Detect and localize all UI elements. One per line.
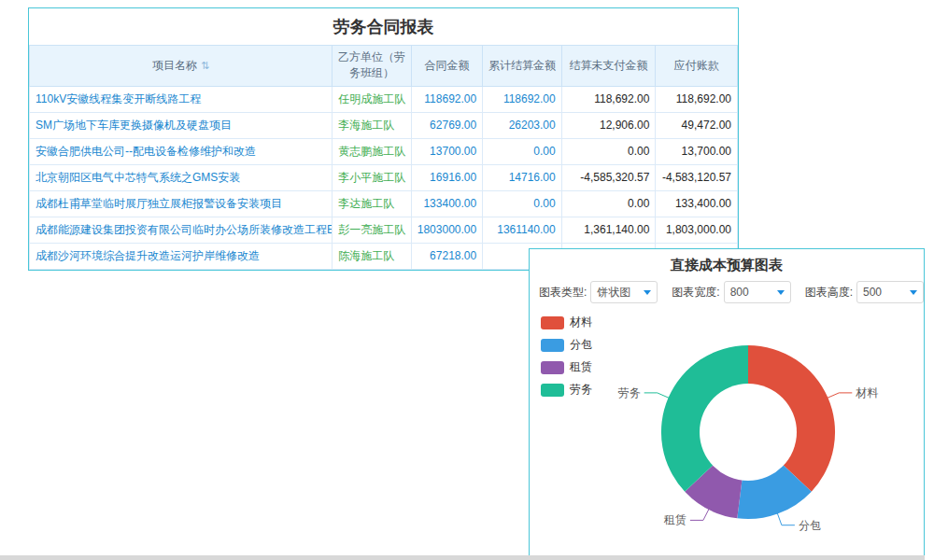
chart-width-label: 图表宽度: bbox=[672, 285, 719, 301]
project-cell[interactable]: 安徽合肥供电公司--配电设备检修维护和改造 bbox=[30, 138, 333, 164]
chart-width-value: 800 bbox=[730, 286, 749, 299]
payable-cell: 133,400.00 bbox=[656, 190, 738, 217]
table-row: 安徽合肥供电公司--配电设备检修维护和改造黄志鹏施工队13700.000.000… bbox=[30, 138, 738, 164]
slice-label-劳务: 劳务 bbox=[618, 386, 641, 399]
label-line-分包 bbox=[777, 511, 795, 525]
table-row: 成都杜甫草堂临时展厅独立展柜报警设备安装项目李达施工队133400.000.00… bbox=[30, 190, 738, 217]
settled-amount-cell: 14716.00 bbox=[483, 164, 562, 190]
unpaid-amount-cell: 0.00 bbox=[561, 138, 656, 164]
chart-legend: 材料分包租赁劳务 bbox=[541, 315, 592, 398]
team-cell: 李达施工队 bbox=[333, 190, 412, 217]
chart-type-value: 饼状图 bbox=[597, 285, 630, 301]
team-cell: 李小平施工队 bbox=[333, 164, 412, 190]
label-line-材料 bbox=[826, 393, 853, 399]
donut-hole bbox=[700, 384, 797, 481]
legend-swatch bbox=[541, 361, 564, 374]
contract-amount-cell: 62769.00 bbox=[411, 112, 483, 138]
project-cell[interactable]: 成都杜甫草堂临时展厅独立展柜报警设备安装项目 bbox=[30, 190, 333, 217]
slice-label-材料: 材料 bbox=[855, 386, 878, 399]
chevron-down-icon bbox=[910, 290, 917, 295]
payable-cell: 49,472.00 bbox=[656, 112, 738, 138]
team-cell: 黄志鹏施工队 bbox=[333, 138, 412, 164]
legend-swatch bbox=[541, 384, 564, 397]
project-cell[interactable]: 北京朝阳区电气中芯特气系统之GMS安装 bbox=[30, 164, 333, 190]
chart-height-label: 图表高度: bbox=[805, 285, 853, 301]
contract-amount-cell: 16916.00 bbox=[411, 164, 483, 190]
legend-item-分包[interactable]: 分包 bbox=[541, 337, 592, 353]
report-table: 项目名称 ⇅ 乙方单位（劳务班组） 合同金额 累计结算金额 结算未支付金额 应付… bbox=[29, 45, 738, 270]
unpaid-amount-cell: 12,906.00 bbox=[561, 112, 656, 138]
legend-label: 租赁 bbox=[570, 359, 592, 375]
settled-amount-cell: 0.00 bbox=[483, 190, 562, 217]
legend-label: 劳务 bbox=[570, 382, 592, 398]
project-cell[interactable]: 成都能源建设集团投资有限公司临时办公场所装修改造工程EPC bbox=[30, 217, 333, 243]
settled-amount-cell: 0.00 bbox=[483, 138, 562, 164]
slice-label-租赁: 租赁 bbox=[663, 513, 686, 526]
chart-controls: 图表类型: 饼状图 图表宽度: 800 图表高度: 500 bbox=[530, 279, 924, 305]
report-title: 劳务合同报表 bbox=[29, 8, 738, 45]
unpaid-amount-cell: 1,361,140.00 bbox=[561, 217, 656, 243]
payable-cell: -4,583,120.57 bbox=[656, 164, 738, 190]
project-cell[interactable]: 110kV安徽线程集变开断线路工程 bbox=[30, 86, 333, 112]
payable-cell: 1,803,000.00 bbox=[656, 217, 738, 243]
table-row: 110kV安徽线程集变开断线路工程任明成施工队118692.00118692.0… bbox=[30, 86, 738, 112]
column-header-settled-amount: 累计结算金额 bbox=[483, 46, 562, 87]
chart-width-control: 图表宽度: 800 bbox=[672, 281, 790, 303]
team-cell: 彭一亮施工队 bbox=[333, 217, 412, 243]
legend-swatch bbox=[541, 316, 564, 329]
unpaid-amount-cell: 0.00 bbox=[561, 190, 656, 217]
direct-cost-chart-panel: 直接成本预算图表 图表类型: 饼状图 图表宽度: 800 图表高度: 500 材… bbox=[529, 248, 925, 556]
contract-amount-cell: 1803000.00 bbox=[411, 217, 483, 243]
column-header-contract-amount: 合同金额 bbox=[411, 46, 483, 87]
chart-type-select[interactable]: 饼状图 bbox=[590, 281, 658, 303]
payable-cell: 13,700.00 bbox=[656, 138, 738, 164]
contract-amount-cell: 67218.00 bbox=[411, 243, 483, 269]
column-header-project[interactable]: 项目名称 ⇅ bbox=[30, 46, 333, 87]
chart-height-select[interactable]: 500 bbox=[856, 281, 924, 303]
chart-type-control: 图表类型: 饼状图 bbox=[539, 281, 658, 303]
team-cell: 任明成施工队 bbox=[333, 86, 412, 112]
chart-type-label: 图表类型: bbox=[539, 285, 587, 301]
pie-chart-area: 材料分包租赁劳务 材料分包租赁劳务 bbox=[530, 305, 924, 553]
slice-label-分包: 分包 bbox=[799, 519, 821, 532]
legend-swatch bbox=[541, 339, 564, 352]
unpaid-amount-cell: 118,692.00 bbox=[561, 86, 656, 112]
contract-amount-cell: 118692.00 bbox=[411, 86, 483, 112]
label-line-租赁 bbox=[690, 507, 710, 520]
table-row: SM广场地下车库更换摄像机及硬盘项目李海施工队62769.0026203.001… bbox=[30, 112, 738, 138]
legend-item-材料[interactable]: 材料 bbox=[541, 315, 592, 330]
labor-contract-report-card: 劳务合同报表 项目名称 ⇅ 乙方单位（劳务班组） 合同金额 累计结算金额 结算未… bbox=[28, 7, 739, 271]
chevron-down-icon bbox=[777, 290, 785, 295]
team-cell: 李海施工队 bbox=[333, 112, 412, 138]
label-line-劳务 bbox=[644, 393, 672, 399]
settled-amount-cell: 1361140.00 bbox=[483, 217, 562, 243]
chevron-down-icon bbox=[644, 290, 651, 295]
project-cell[interactable]: 成都沙河环境综合提升改造运河护岸维修改造 bbox=[30, 243, 333, 269]
table-header-row: 项目名称 ⇅ 乙方单位（劳务班组） 合同金额 累计结算金额 结算未支付金额 应付… bbox=[30, 46, 738, 87]
sort-icon[interactable]: ⇅ bbox=[201, 61, 209, 71]
chart-height-value: 500 bbox=[863, 286, 882, 299]
contract-amount-cell: 13700.00 bbox=[411, 138, 483, 164]
table-row: 成都能源建设集团投资有限公司临时办公场所装修改造工程EPC彭一亮施工队18030… bbox=[30, 217, 738, 243]
horizontal-scrollbar[interactable] bbox=[0, 555, 925, 560]
column-header-project-label: 项目名称 bbox=[152, 58, 197, 74]
column-header-payable: 应付账款 bbox=[656, 46, 738, 87]
chart-title: 直接成本预算图表 bbox=[530, 249, 924, 279]
settled-amount-cell: 26203.00 bbox=[483, 112, 562, 138]
legend-label: 分包 bbox=[570, 337, 592, 353]
legend-item-劳务[interactable]: 劳务 bbox=[541, 382, 592, 398]
table-row: 北京朝阳区电气中芯特气系统之GMS安装李小平施工队16916.0014716.0… bbox=[30, 164, 738, 190]
chart-height-control: 图表高度: 500 bbox=[805, 281, 924, 303]
contract-amount-cell: 133400.00 bbox=[411, 190, 483, 217]
settled-amount-cell: 118692.00 bbox=[483, 86, 562, 112]
legend-item-租赁[interactable]: 租赁 bbox=[541, 359, 592, 375]
chart-width-select[interactable]: 800 bbox=[724, 281, 791, 303]
column-header-unpaid-amount: 结算未支付金额 bbox=[561, 46, 656, 87]
column-header-team: 乙方单位（劳务班组） bbox=[333, 46, 412, 87]
legend-label: 材料 bbox=[570, 315, 592, 330]
project-cell[interactable]: SM广场地下车库更换摄像机及硬盘项目 bbox=[30, 112, 333, 138]
unpaid-amount-cell: -4,585,320.57 bbox=[561, 164, 656, 190]
team-cell: 陈海施工队 bbox=[333, 243, 412, 269]
payable-cell: 118,692.00 bbox=[656, 86, 738, 112]
